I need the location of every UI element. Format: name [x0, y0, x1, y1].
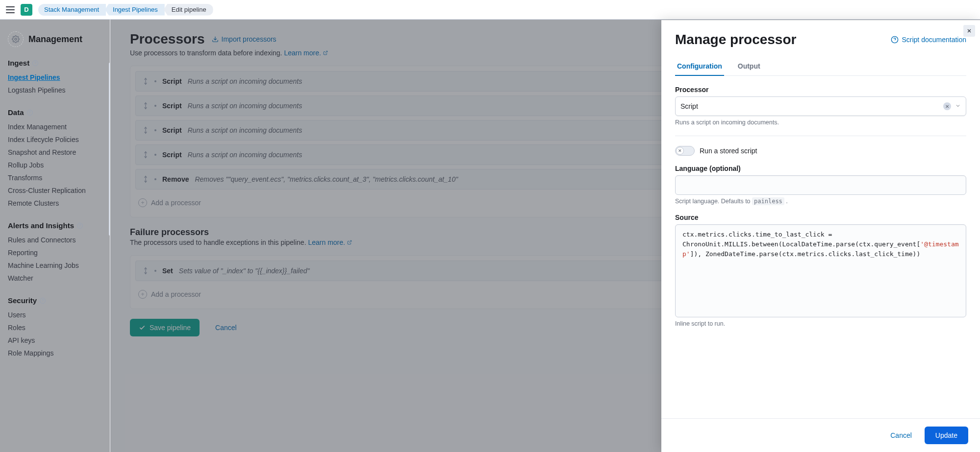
sidebar-title: Management — [28, 34, 82, 45]
question-icon[interactable]: ? — [40, 298, 46, 304]
stored-script-toggle[interactable]: ✕ — [675, 146, 695, 156]
sidebar-item-snapshot[interactable]: Snapshot and Restore — [8, 146, 102, 159]
breadcrumb-item[interactable]: Ingest Pipelines — [105, 4, 165, 16]
question-icon[interactable]: ? — [27, 110, 33, 116]
close-flyout-button[interactable] — [963, 25, 975, 37]
processor-type-value: Script — [680, 102, 939, 110]
help-icon — [891, 36, 899, 44]
sidebar-item-reporting[interactable]: Reporting — [8, 246, 102, 259]
source-code-editor[interactable]: ctx.metrics.clicks.time_to_last_click = … — [675, 224, 966, 317]
sidebar-item-roles[interactable]: Roles — [8, 321, 102, 334]
sidebar-section-data: Data ? — [8, 108, 102, 117]
sidebar-item-api-keys[interactable]: API keys — [8, 334, 102, 347]
sidebar-item-ilm[interactable]: Index Lifecycle Policies — [8, 133, 102, 146]
language-input[interactable] — [675, 175, 966, 195]
divider — [675, 136, 966, 136]
sidebar-item-watcher[interactable]: Watcher — [8, 272, 102, 285]
avatar[interactable]: D — [21, 4, 32, 16]
clear-icon[interactable]: ✕ — [943, 102, 951, 110]
sidebar-item-ml-jobs[interactable]: Machine Learning Jobs — [8, 259, 102, 272]
processor-help-text: Runs a script on incoming documents. — [675, 119, 966, 126]
tab-output[interactable]: Output — [736, 57, 762, 75]
nav-toggle-icon[interactable] — [6, 6, 15, 13]
processor-type-select[interactable]: Script ✕ — [675, 96, 966, 116]
sidebar-item-users[interactable]: Users — [8, 309, 102, 321]
sidebar-section-security: Security ? — [8, 296, 102, 305]
breadcrumb-item: Edit pipeline — [164, 4, 213, 16]
sidebar-item-remote-clusters[interactable]: Remote Clusters — [8, 197, 102, 210]
tab-configuration[interactable]: Configuration — [675, 57, 724, 76]
flyout-tabs: Configuration Output — [675, 57, 966, 76]
sidebar-section-alerts: Alerts and Insights ? — [8, 221, 102, 230]
gear-icon — [8, 31, 24, 47]
sidebar-item-rollup[interactable]: Rollup Jobs — [8, 159, 102, 171]
breadcrumb: Stack Management Ingest Pipelines Edit p… — [38, 4, 213, 16]
source-help-text: Inline script to run. — [675, 320, 966, 327]
svg-point-0 — [15, 38, 17, 40]
script-documentation-link[interactable]: Script documentation — [891, 36, 966, 44]
language-field-label: Language (optional) — [675, 165, 966, 172]
language-help-text: Script language. Defaults to painless . — [675, 198, 966, 205]
question-icon[interactable]: ? — [32, 60, 38, 66]
flyout-title: Manage processor — [675, 32, 796, 48]
sidebar-item-transforms[interactable]: Transforms — [8, 171, 102, 184]
sidebar-item-rules[interactable]: Rules and Connectors — [8, 234, 102, 246]
chevron-down-icon — [955, 102, 961, 110]
sidebar-item-index-management[interactable]: Index Management — [8, 120, 102, 133]
breadcrumb-item[interactable]: Stack Management — [38, 4, 106, 16]
close-icon — [966, 28, 972, 34]
sidebar-item-logstash-pipelines[interactable]: Logstash Pipelines — [8, 84, 102, 96]
stored-script-label: Run a stored script — [700, 147, 757, 155]
sidebar-item-role-mappings[interactable]: Role Mappings — [8, 347, 102, 359]
sidebar: Management Ingest ? Ingest Pipelines Log… — [0, 20, 110, 452]
sidebar-section-ingest: Ingest ? — [8, 59, 102, 67]
painless-code: painless — [752, 197, 784, 205]
flyout-cancel-button[interactable]: Cancel — [883, 427, 919, 444]
switch-knob: ✕ — [676, 147, 684, 155]
source-field-label: Source — [675, 214, 966, 221]
sidebar-item-ingest-pipelines[interactable]: Ingest Pipelines — [8, 71, 102, 84]
question-icon[interactable]: ? — [77, 223, 83, 229]
sidebar-item-ccr[interactable]: Cross-Cluster Replication — [8, 184, 102, 197]
topbar: D Stack Management Ingest Pipelines Edit… — [0, 0, 980, 20]
flyout-update-button[interactable]: Update — [925, 427, 968, 444]
manage-processor-flyout: Manage processor Script documentation Co… — [661, 20, 980, 452]
processor-field-label: Processor — [675, 86, 966, 94]
